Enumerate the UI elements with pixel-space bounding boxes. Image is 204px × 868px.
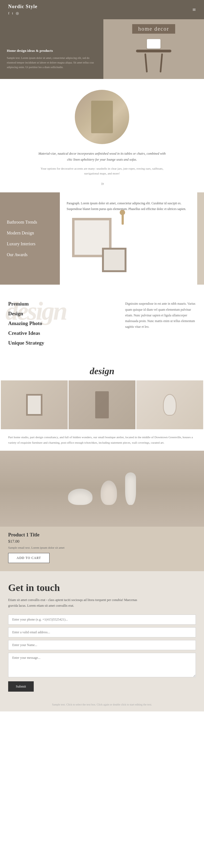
section3-accent-bar [197,192,204,285]
name-input[interactable] [8,640,196,650]
product-info: Product 1 Title $17.00 Sample email text… [0,527,204,571]
footer: Sample text. Click to select the text bo… [0,700,204,711]
gallery-section: design Part home studio, part design con… [0,363,204,451]
instagram-icon[interactable]: ◎ [16,11,19,16]
gallery-title: design [0,366,204,376]
gallery-item-1 [1,380,68,429]
premium-section: design Premium Design Amazing Photo Crea… [0,285,204,363]
product-image [0,451,204,527]
circle-section: Material-cize, nautical decor incorporat… [0,79,204,192]
gallery-item-2 [69,380,135,429]
phone-input[interactable] [8,615,196,625]
hero-right: home decor [103,19,204,79]
site-header: Nordic Style f t ◎ ≡ [0,0,204,19]
product-desc: Sample email text. Lorem ipsum dolor sit… [8,546,196,549]
circle-image [75,90,129,144]
gallery-desc: Part home studio, part design consultanc… [0,429,204,451]
section2-sub: Your options for decorative accents are … [37,166,167,176]
product-title: Product 1 Title [8,532,196,538]
contact-title: Get in touch [8,582,196,593]
sidebar-section: Bathroom Trends Modern Design Luxury Int… [0,192,204,285]
product-section: Product 1 Title $17.00 Sample email text… [0,451,204,571]
sidebar-item-our-awards[interactable]: Our Awards [7,252,53,257]
sidebar-nav: Bathroom Trends Modern Design Luxury Int… [0,192,60,285]
gallery-item-3 [136,380,203,429]
footer-note: Sample text. Click to select the text bo… [8,703,196,706]
contact-desc: Etiam sit amet convallis erat - class ap… [8,597,144,609]
section2-quote: Material-cize, nautical decor incorporat… [37,151,167,162]
premium-right: Dignissim suspendisse in est ante in nib… [125,298,196,330]
stool-illustration [136,39,171,72]
hero-label: home decor [132,24,175,34]
add-to-cart-button[interactable]: ADD TO CART [8,553,50,563]
email-input[interactable] [8,627,196,638]
hero-section: Home design ideas & products Sample text… [0,19,204,79]
premium-left: design Premium Design Amazing Photo Crea… [8,298,120,352]
message-input[interactable] [8,653,196,677]
submit-button[interactable]: Submit [8,681,34,692]
section3-content: Paragraph. Lorem ipsum dolor sit amet, c… [60,192,204,285]
premium-item-3: Amazing Photo [8,320,120,327]
gallery-row [0,380,204,429]
premium-item-1: Premium [8,301,120,307]
twitter-icon[interactable]: t [12,11,13,16]
hero-desc: Sample text. Lorem ipsum dolor sit amet,… [7,56,97,69]
premium-items: Premium Design Amazing Photo Creative Id… [8,298,120,346]
chevron-icon[interactable]: » [8,180,196,187]
contact-section: Get in touch Etiam sit amet convallis er… [0,571,204,700]
hero-left: Home design ideas & products Sample text… [0,19,103,79]
product-price: $17.00 [8,539,196,544]
frames-illustration [72,218,126,272]
hero-title: Home design ideas & products [7,49,97,53]
section3-paragraph: Paragraph. Lorem ipsum dolor sit amet, c… [67,200,197,212]
premium-desc: Dignissim suspendisse in est ante in nib… [125,301,196,330]
facebook-icon[interactable]: f [8,11,9,16]
hamburger-menu[interactable]: ≡ [193,6,196,13]
site-logo: Nordic Style [8,4,37,9]
sidebar-item-bathroom-trends[interactable]: Bathroom Trends [7,220,53,225]
sidebar-item-modern-design[interactable]: Modern Design [7,230,53,236]
premium-item-5: Unique Strategy [8,340,120,346]
sidebar-item-luxury-interiors[interactable]: Luxury Interiors [7,242,53,246]
social-links: f t ◎ [8,11,37,16]
premium-item-2: Design [8,311,120,317]
logo-area: Nordic Style f t ◎ [8,4,37,16]
premium-item-4: Creative Ideas [8,330,120,336]
